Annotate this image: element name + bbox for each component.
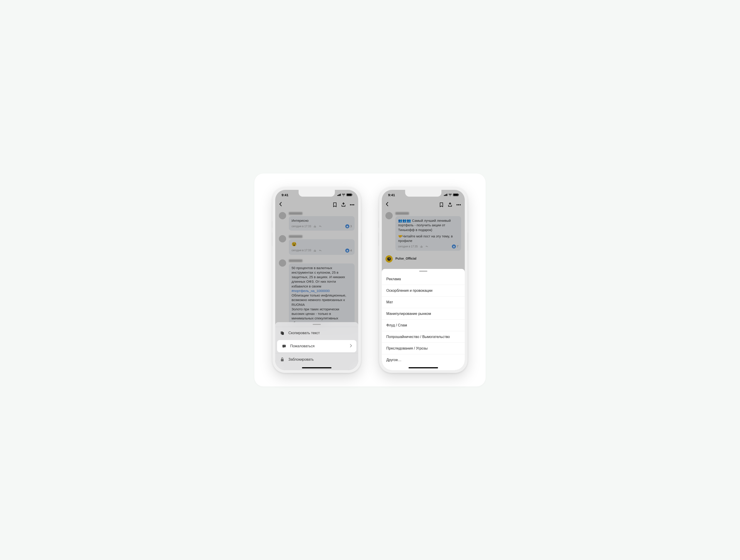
- sheet-item-label: Скопировать текст: [288, 331, 320, 335]
- sheet-item-label: Заблокировать: [288, 357, 314, 361]
- sheet-grabber[interactable]: [419, 271, 427, 271]
- report-option[interactable]: Мат: [382, 297, 465, 308]
- sheet-report[interactable]: ! Пожаловаться: [277, 340, 356, 352]
- svg-rect-7: [281, 359, 284, 361]
- action-sheet: Скопировать текст ! Пожаловаться Заблоки: [275, 322, 358, 370]
- lock-icon: [280, 357, 285, 362]
- sheet-grabber[interactable]: [313, 324, 321, 325]
- report-option[interactable]: Преследования / Угрозы: [382, 343, 465, 354]
- report-option[interactable]: Другое…: [382, 354, 465, 366]
- report-option[interactable]: Реклама: [382, 273, 465, 285]
- report-option[interactable]: Оскорбления и провокации: [382, 285, 465, 297]
- report-icon: !: [282, 344, 287, 349]
- report-sheet: РекламаОскорбления и провокацииМатМанипу…: [382, 269, 465, 370]
- chevron-right-icon: [350, 344, 352, 348]
- copy-icon: [280, 331, 285, 336]
- notch: [405, 190, 441, 197]
- sheet-copy-text[interactable]: Скопировать текст: [275, 327, 358, 339]
- svg-text:!: !: [284, 345, 285, 347]
- sheet-item-label: Пожаловаться: [290, 344, 314, 348]
- svg-rect-4: [282, 332, 284, 335]
- report-option[interactable]: Манипулирование рынком: [382, 308, 465, 320]
- phone-mockup-right: 9:41: [379, 187, 467, 373]
- report-option[interactable]: Флуд / Спам: [382, 320, 465, 331]
- home-indicator[interactable]: [408, 367, 438, 368]
- sheet-block[interactable]: Заблокировать: [275, 353, 358, 366]
- report-option[interactable]: Попрошайничество / Вымогательство: [382, 331, 465, 343]
- notch: [299, 190, 335, 197]
- phone-mockup-left: 9:41: [273, 187, 361, 373]
- home-indicator[interactable]: [302, 367, 332, 368]
